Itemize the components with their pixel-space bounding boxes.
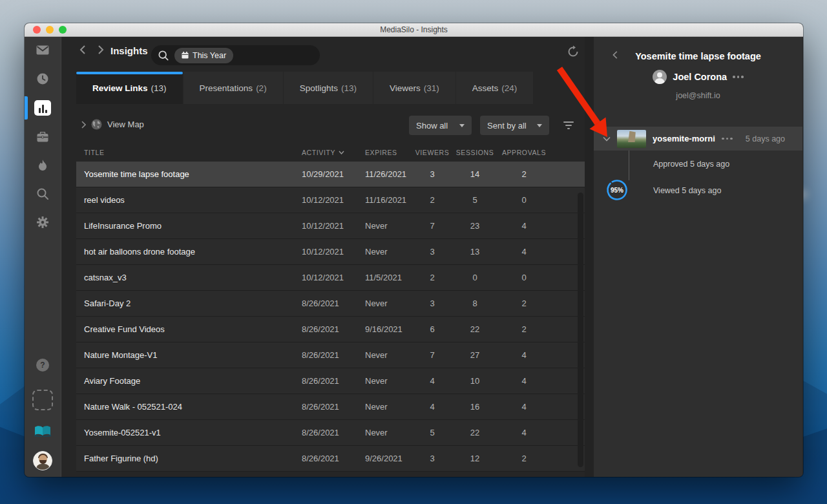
table-row[interactable]: Nature Walk - 052521-024 8/26/2021 Never… [76,394,585,420]
sidebar-item-settings[interactable] [25,211,61,234]
sidebar-item-activity[interactable] [25,154,61,177]
desktop: MediaSilo - Insights [0,0,827,504]
cell-activity: 10/29/2021 [294,169,357,179]
sent-filter-value: Sent by all [487,121,527,131]
table-row[interactable]: Father Figurine (hd) 8/26/2021 9/26/2021… [76,446,585,472]
cell-approvals: 0 [499,273,549,282]
view-progress-value: 95% [605,178,629,202]
chevron-right-icon [81,121,86,129]
refresh-button[interactable] [567,45,580,58]
minimize-window-button[interactable] [46,26,54,34]
view-map-label: View Map [107,120,144,129]
column-activity[interactable]: ACTIVITY [294,149,357,156]
window-titlebar[interactable]: MediaSilo - Insights [25,23,803,37]
table-row[interactable]: Yosemite-052521-v1 8/26/2021 Never 5 22 … [76,420,585,446]
cell-viewers: 7 [414,350,450,360]
asset-more-button[interactable] [722,138,733,140]
table-row[interactable]: reel videos 10/12/2021 11/16/2021 2 5 0 [76,187,585,213]
cell-expires: Never [357,350,414,360]
tab-label: Assets [472,83,499,93]
show-filter-dropdown[interactable]: Show all [409,116,472,135]
column-sessions[interactable]: SESSIONS [450,149,499,156]
nav-back-button[interactable] [78,45,89,55]
table-row[interactable]: Creative Fund Videos 8/26/2021 9/16/2021… [76,317,585,342]
app-window: MediaSilo - Insights [25,23,803,477]
zoom-window-button[interactable] [59,26,67,34]
column-title[interactable]: TITLE [76,149,294,156]
cell-sessions: 22 [450,324,499,334]
tab-review-links[interactable]: Review Links (13) [76,72,183,104]
sidebar-item-recents[interactable] [25,67,61,90]
search-chip-label: This Year [193,51,226,60]
cell-approvals: 2 [499,169,549,179]
sent-filter-dropdown[interactable]: Sent by all [480,116,549,135]
main-content: Insights This Year [61,37,594,477]
tab-label: Spotlights [300,83,338,93]
avatar [33,451,52,470]
cell-approvals: 4 [499,376,549,386]
search-filter-chip[interactable]: This Year [174,48,233,63]
filter-button[interactable] [562,119,575,132]
cell-viewers: 4 [414,402,450,412]
sidebar-item-empty-slot[interactable] [25,387,61,413]
review-links-table: Yosemite time lapse footage 10/29/2021 1… [76,162,585,472]
owner-more-button[interactable] [733,76,744,78]
search-input[interactable]: This Year [151,45,320,65]
cell-approvals: 4 [499,402,549,412]
page-title: Insights [110,45,148,56]
open-book-icon [34,425,51,437]
cell-viewers: 3 [414,169,450,179]
table-row[interactable]: catsnax_v3 10/12/2021 11/5/2021 2 0 0 [76,265,585,291]
table-row[interactable]: Aviary Footage 8/26/2021 Never 4 10 4 [76,368,585,394]
table-scrollbar[interactable] [578,193,583,467]
sidebar-item-account[interactable] [25,449,61,472]
tab-assets[interactable]: Assets (24) [456,72,534,104]
table-row[interactable]: hot air balloons drone footage 10/12/202… [76,239,585,265]
sidebar-item-guide[interactable] [25,419,61,443]
cell-expires: Never [357,376,414,386]
sidebar-item-mail[interactable] [25,38,61,61]
cell-activity: 10/12/2021 [294,195,357,205]
cell-viewers: 2 [414,273,450,282]
asset-name: yosemite-morning… [653,134,715,143]
column-viewers[interactable]: VIEWERS [414,149,450,156]
detail-panel: Yosemite time lapse footage Joel Corona … [594,37,802,477]
event-approved: Approved 5 days ago [653,160,729,169]
sort-desc-icon [339,151,344,154]
cell-expires: Never [357,221,414,231]
cell-sessions: 12 [450,454,499,463]
owner-email: joel@shift.io [594,91,802,100]
sidebar-item-insights[interactable] [25,96,61,120]
table-row[interactable]: Yosemite time lapse footage 10/29/2021 1… [76,162,585,187]
sidebar-item-projects[interactable] [25,125,61,149]
cell-expires: Never [357,247,414,257]
column-approvals[interactable]: APPROVALS [499,149,549,156]
cell-sessions: 5 [450,195,499,205]
owner-name: Joel Corona [673,72,727,82]
tab-viewers[interactable]: Viewers (31) [373,72,455,104]
sidebar-item-help[interactable] [25,353,61,377]
sidebar-item-search[interactable] [25,182,61,205]
table-row[interactable]: LifeInsurance Promo 10/12/2021 Never 7 2… [76,213,585,239]
close-window-button[interactable] [33,26,41,34]
cell-viewers: 6 [414,324,450,334]
view-map-toggle[interactable]: View Map [81,119,144,130]
column-expires[interactable]: EXPIRES [357,149,414,156]
asset-row[interactable]: yosemite-morning… 5 days ago [594,127,802,151]
cell-approvals: 4 [499,247,549,257]
event-viewed: Viewed 5 days ago [653,186,721,195]
table-row[interactable]: Nature Montage-V1 8/26/2021 Never 7 27 4 [76,342,585,368]
cell-expires: 9/16/2021 [357,324,414,334]
tab-spotlights[interactable]: Spotlights (13) [284,72,373,104]
tab-label: Viewers [390,83,421,93]
table-row[interactable]: Safari-Day 2 8/26/2021 Never 3 8 2 [76,291,585,317]
tab-presentations[interactable]: Presentations (2) [183,72,283,104]
asset-thumbnail[interactable] [617,130,646,148]
cell-sessions: 8 [450,299,499,308]
cell-expires: Never [357,402,414,412]
asset-time: 5 days ago [746,134,785,143]
nav-forward-button[interactable] [95,45,105,55]
cell-expires: 11/16/2021 [357,195,414,205]
chevron-down-icon[interactable] [603,136,611,142]
cell-title: Nature Walk - 052521-024 [76,402,294,412]
